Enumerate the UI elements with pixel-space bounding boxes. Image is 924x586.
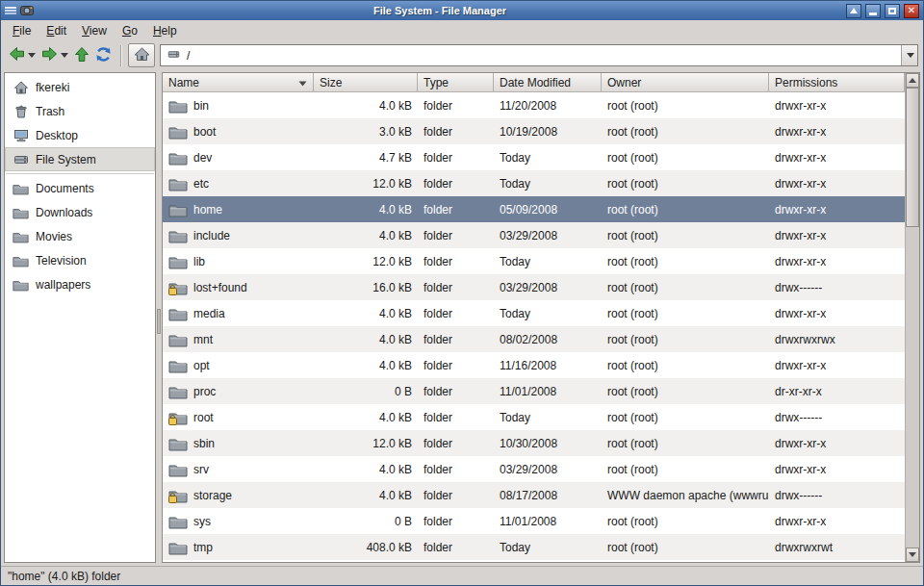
name-cell: home <box>163 202 314 217</box>
close-button[interactable]: ✕ <box>904 4 919 18</box>
menu-file[interactable]: File <box>5 21 38 40</box>
drive-icon <box>167 48 181 64</box>
folder-icon <box>168 384 188 399</box>
file-row-sbin[interactable]: sbin12.0 kBfolder10/30/2008root (root)dr… <box>163 430 905 456</box>
date-modified-cell: Today <box>494 177 602 191</box>
sidebar-item-downloads[interactable]: Downloads <box>5 200 155 224</box>
menu-help[interactable]: Help <box>145 21 185 40</box>
column-header-date-modified[interactable]: Date Modified <box>494 73 602 92</box>
titlebar[interactable]: File System - File Manager ✕ <box>1 1 923 20</box>
file-row-media[interactable]: media4.0 kBfolderTodayroot (root)drwxr-x… <box>163 300 905 326</box>
owner-cell: root (root) <box>602 463 769 476</box>
minimize-button[interactable] <box>865 4 881 18</box>
location-entry[interactable]: / <box>161 45 901 65</box>
sidebar: fkerekiTrashDesktopFile SystemDocumentsD… <box>4 72 156 563</box>
file-row-home[interactable]: home4.0 kBfolder05/09/2008root (root)drw… <box>163 196 905 222</box>
column-header-label: Size <box>320 76 342 89</box>
size-cell: 4.0 kB <box>314 359 418 372</box>
file-row-dev[interactable]: dev4.7 kBfolderTodayroot (root)drwxr-xr-… <box>163 144 905 170</box>
file-row-lost-found[interactable]: lost+found16.0 kBfolder03/29/2008root (r… <box>163 274 905 300</box>
column-header-permissions[interactable]: Permissions <box>769 73 905 92</box>
scrollbar-track[interactable] <box>906 88 919 548</box>
vertical-scrollbar[interactable] <box>905 73 919 562</box>
file-row-sys[interactable]: sys0 Bfolder11/01/2008root (root)drwxr-x… <box>163 508 905 534</box>
owner-cell: root (root) <box>602 437 769 450</box>
home-icon <box>134 47 150 64</box>
sidebar-item-label: Movies <box>36 230 72 243</box>
permissions-cell: drwxr-xr-x <box>769 125 905 139</box>
name-cell: lost+found <box>163 280 314 295</box>
pane-grip-handle[interactable] <box>157 309 161 334</box>
scrollbar-thumb[interactable] <box>906 88 919 227</box>
file-row-bin[interactable]: bin4.0 kBfolder11/20/2008root (root)drwx… <box>163 92 905 118</box>
name-cell: sys <box>163 514 314 529</box>
back-button[interactable] <box>6 43 38 67</box>
file-row-etc[interactable]: etc12.0 kBfolderTodayroot (root)drwxr-xr… <box>163 170 905 196</box>
name-cell: root <box>163 410 314 425</box>
sidebar-item-label: Documents <box>36 182 94 195</box>
file-row-srv[interactable]: srv4.0 kBfolder03/29/2008root (root)drwx… <box>163 456 905 482</box>
sidebar-item-movies[interactable]: Movies <box>5 224 155 248</box>
up-button[interactable] <box>71 43 92 67</box>
name-cell: proc <box>163 384 314 399</box>
file-row-boot[interactable]: boot3.0 kBfolder10/19/2008root (root)drw… <box>163 118 905 144</box>
maximize-button[interactable] <box>885 4 900 18</box>
name-cell: dev <box>163 150 314 166</box>
file-name: lost+found <box>193 281 247 294</box>
file-row-storage[interactable]: storage4.0 kBfolder08/17/2008WWW daemon … <box>163 482 905 508</box>
reload-icon <box>95 46 112 65</box>
reload-button[interactable] <box>92 43 115 67</box>
window-menu-icon[interactable] <box>5 6 16 15</box>
sidebar-item-desktop[interactable]: Desktop <box>5 123 155 147</box>
back-history-dropdown-icon[interactable] <box>28 53 36 58</box>
forward-button[interactable] <box>38 43 71 67</box>
name-cell: sbin <box>163 436 314 451</box>
file-row-tmp[interactable]: tmp408.0 kBfolderTodayroot (root)drwxrwx… <box>163 534 905 560</box>
type-cell: folder <box>418 229 494 242</box>
permissions-cell: drwxr-xr-x <box>769 203 905 217</box>
column-header-label: Name <box>168 76 199 89</box>
file-row-root[interactable]: root4.0 kBfolderTodayroot (root)drwx----… <box>163 404 905 430</box>
location-dropdown-button[interactable] <box>901 45 917 65</box>
file-row-mnt[interactable]: mnt4.0 kBfolder08/02/2008root (root)drwx… <box>163 326 905 352</box>
name-cell: bin <box>163 98 314 114</box>
forward-history-dropdown-icon[interactable] <box>61 53 68 58</box>
folder-icon <box>168 202 188 217</box>
sidebar-item-fkereki[interactable]: fkereki <box>5 75 155 99</box>
column-header-name[interactable]: Name <box>163 73 314 92</box>
menu-view[interactable]: View <box>74 21 115 40</box>
type-cell: folder <box>418 463 494 476</box>
file-row-lib[interactable]: lib12.0 kBfolderTodayroot (root)drwxr-xr… <box>163 248 905 274</box>
minimize-icon <box>869 13 877 15</box>
column-header-size[interactable]: Size <box>314 73 418 92</box>
menu-edit[interactable]: Edit <box>38 21 74 40</box>
owner-cell: root (root) <box>602 385 769 398</box>
sidebar-item-television[interactable]: Television <box>5 248 155 272</box>
size-cell: 4.7 kB <box>314 151 418 165</box>
column-header-owner[interactable]: Owner <box>602 73 769 92</box>
size-cell: 12.0 kB <box>314 437 418 450</box>
file-row-opt[interactable]: opt4.0 kBfolder11/16/2008root (root)drwx… <box>163 352 905 378</box>
toolbar: / <box>1 41 923 69</box>
menu-go[interactable]: Go <box>115 21 145 40</box>
shade-button[interactable] <box>846 4 861 18</box>
file-name: boot <box>193 125 216 139</box>
scroll-up-button[interactable] <box>906 73 919 88</box>
sidebar-item-documents[interactable]: Documents <box>5 176 155 200</box>
close-icon: ✕ <box>908 6 915 15</box>
home-button[interactable] <box>128 43 155 67</box>
pane-splitter[interactable] <box>156 72 162 563</box>
column-header-type[interactable]: Type <box>418 73 494 92</box>
file-row-proc[interactable]: proc0 Bfolder11/01/2008root (root)dr-xr-… <box>163 378 905 404</box>
file-row-include[interactable]: include4.0 kBfolder03/29/2008root (root)… <box>163 222 905 248</box>
size-cell: 4.0 kB <box>314 203 418 217</box>
type-cell: folder <box>418 203 494 217</box>
type-cell: folder <box>418 125 494 139</box>
sidebar-item-file-system[interactable]: File System <box>5 147 155 171</box>
owner-cell: root (root) <box>602 177 769 191</box>
table-header: NameSizeTypeDate ModifiedOwnerPermission… <box>163 73 905 92</box>
sidebar-item-trash[interactable]: Trash <box>5 99 155 123</box>
scroll-down-button[interactable] <box>906 548 919 562</box>
sidebar-item-wallpapers[interactable]: wallpapers <box>5 272 155 296</box>
size-cell: 0 B <box>314 385 418 398</box>
